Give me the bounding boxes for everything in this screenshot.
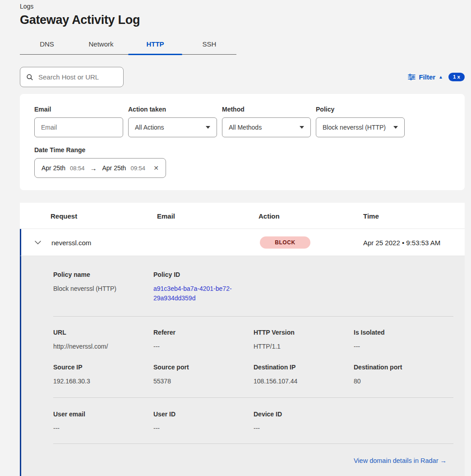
method-label: Method [222, 106, 311, 113]
date-time-range-field: Date Time Range Apr 25th 08:54 → Apr 25t… [34, 146, 450, 178]
detail-value: Block neverssl (HTTP) [53, 284, 153, 293]
filter-count-badge[interactable]: 1 x [448, 73, 465, 81]
detail-label: Device ID [254, 411, 354, 418]
detail-cell-user-id: User ID --- [153, 411, 254, 433]
column-header-request: Request [51, 212, 77, 219]
detail-cell-user-email: User email --- [53, 411, 153, 433]
start-time: 08:54 [70, 165, 85, 172]
detail-label: URL [53, 329, 153, 336]
policy-select[interactable]: Block neverssl (HTTP) [316, 117, 405, 137]
policy-id-link[interactable]: a91c3eb4-ba7a-4201-be72-29a934dd359d [153, 284, 238, 303]
table-header-row: Request Email Action Time [20, 203, 465, 229]
tab-bar: DNS Network HTTP SSH [20, 35, 236, 55]
email-filter-field: Email [34, 106, 123, 137]
block-status-badge: BLOCK [260, 236, 310, 248]
detail-cell-source-port: Source port 55378 [153, 364, 254, 386]
chevron-down-icon[interactable] [35, 241, 41, 244]
policy-value: Block neverssl (HTTP) [323, 124, 386, 131]
method-select[interactable]: All Methods [222, 117, 311, 137]
detail-value: 108.156.107.44 [254, 377, 354, 386]
detail-cell-http-version: HTTP Version HTTP/1.1 [254, 329, 354, 351]
detail-label: Destination IP [254, 364, 354, 371]
action-taken-field: Action taken All Actions [128, 106, 217, 137]
detail-value: HTTP/1.1 [254, 342, 354, 351]
radar-link-row: View domain details in Radar → [21, 444, 465, 465]
column-header-email: Email [157, 212, 175, 219]
detail-value: --- [354, 342, 445, 351]
table-row[interactable]: neverssl.com BLOCK Apr 25 2022 • 9:53:53… [20, 229, 465, 256]
detail-value: http://neverssl.com/ [53, 342, 153, 351]
breadcrumb: Logs [20, 3, 465, 10]
filter-sliders-icon [408, 74, 416, 80]
expanded-row-details: Policy name Block neverssl (HTTP) Policy… [20, 256, 465, 476]
search-icon [26, 74, 33, 81]
http-detail-group-row2: Source IP 192.168.30.3 Source port 55378… [21, 364, 465, 397]
detail-value: --- [254, 424, 354, 433]
method-value: All Methods [229, 124, 262, 131]
column-header-time: Time [363, 212, 379, 219]
detail-cell-url: URL http://neverssl.com/ [53, 329, 153, 351]
column-header-action: Action [259, 212, 280, 219]
detail-cell-source-ip: Source IP 192.168.30.3 [53, 364, 153, 386]
detail-cell-destination-ip: Destination IP 108.156.107.44 [254, 364, 354, 386]
detail-cell-device-id: Device ID --- [254, 411, 354, 433]
policy-field: Policy Block neverssl (HTTP) [316, 106, 405, 137]
detail-label: Source IP [53, 364, 153, 371]
email-filter-label: Email [34, 106, 123, 113]
search-box[interactable] [20, 67, 124, 87]
policy-detail-group: Policy name Block neverssl (HTTP) Policy… [21, 271, 465, 316]
activity-log-table: Request Email Action Time neverssl.com B… [20, 203, 465, 476]
end-time: 09:54 [130, 165, 145, 172]
filter-toggle-button[interactable]: Filter ▲ 1 x [408, 73, 465, 81]
method-field: Method All Methods [222, 106, 311, 137]
detail-value: 192.168.30.3 [53, 377, 153, 386]
user-detail-group: User email --- User ID --- Device ID --- [21, 398, 465, 443]
email-filter-input[interactable] [34, 117, 123, 137]
action-taken-label: Action taken [128, 106, 217, 113]
detail-cell-policy-name: Policy name Block neverssl (HTTP) [53, 271, 153, 303]
filter-fields-row: Email Action taken All Actions Method Al… [34, 106, 450, 137]
collapse-arrow-icon: ▲ [439, 75, 443, 79]
detail-value: 80 [354, 377, 445, 386]
detail-label: Destination port [354, 364, 445, 371]
filter-button-label: Filter [419, 73, 435, 81]
action-taken-select[interactable]: All Actions [128, 117, 217, 137]
arrow-right-icon: → [90, 164, 97, 172]
detail-value: --- [153, 342, 254, 351]
tab-network[interactable]: Network [74, 35, 128, 54]
filter-panel: Email Action taken All Actions Method Al… [20, 94, 465, 190]
start-date: Apr 25th [42, 164, 65, 172]
detail-label: User email [53, 411, 153, 418]
clear-date-range-icon[interactable]: ✕ [153, 164, 159, 172]
action-taken-value: All Actions [135, 124, 164, 131]
detail-cell-destination-port: Destination port 80 [354, 364, 445, 386]
detail-label: Source port [153, 364, 254, 371]
caret-down-icon [300, 126, 304, 129]
radar-link-label: View domain details in Radar [354, 457, 439, 464]
date-time-range-label: Date Time Range [34, 146, 450, 154]
tab-ssh[interactable]: SSH [182, 35, 236, 54]
row-time-value: Apr 25 2022 • 9:53:53 AM [363, 238, 440, 246]
policy-label: Policy [316, 106, 405, 113]
toolbar: Filter ▲ 1 x [20, 67, 465, 87]
detail-label: Referer [153, 329, 254, 336]
detail-label: Policy name [53, 271, 153, 278]
tab-dns[interactable]: DNS [20, 35, 74, 54]
detail-cell-is-isolated: Is Isolated --- [354, 329, 445, 351]
detail-label: Policy ID [153, 271, 254, 278]
page-title: Gateway Activity Log [20, 13, 465, 27]
http-detail-group-row1: URL http://neverssl.com/ Referer --- HTT… [21, 317, 465, 364]
detail-label: HTTP Version [254, 329, 354, 336]
page-content: Logs Gateway Activity Log DNS Network HT… [0, 0, 471, 476]
end-date: Apr 25th [102, 164, 126, 172]
row-request-value: neverssl.com [51, 238, 91, 246]
caret-down-icon [393, 126, 398, 129]
detail-value: --- [53, 424, 153, 433]
search-input[interactable] [37, 73, 117, 81]
date-range-picker[interactable]: Apr 25th 08:54 → Apr 25th 09:54 ✕ [34, 158, 166, 178]
detail-label: Is Isolated [354, 329, 445, 336]
detail-label: User ID [153, 411, 254, 418]
radar-link[interactable]: View domain details in Radar → [354, 457, 447, 464]
detail-cell-policy-id: Policy ID a91c3eb4-ba7a-4201-be72-29a934… [153, 271, 254, 303]
tab-http[interactable]: HTTP [128, 35, 182, 54]
